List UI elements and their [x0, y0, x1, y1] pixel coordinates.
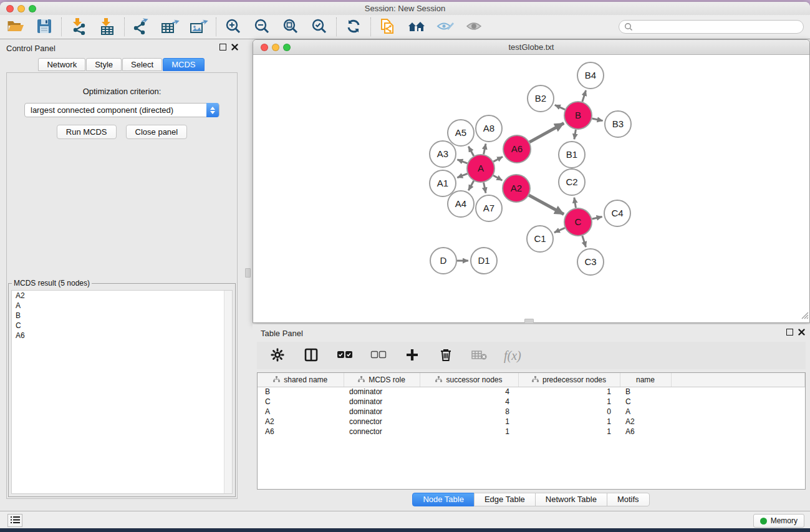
- node-D1[interactable]: D1: [471, 248, 497, 274]
- edge-A-A7[interactable]: [484, 183, 486, 193]
- edge-A-A2[interactable]: [493, 175, 502, 180]
- node-B1[interactable]: B1: [559, 142, 585, 168]
- function-builder-button[interactable]: f(x): [504, 346, 521, 365]
- mcds-result-item[interactable]: B: [12, 311, 232, 321]
- node-A6[interactable]: A6: [503, 135, 531, 163]
- delete-table-button[interactable]: [470, 346, 489, 365]
- cell-successor-nodes[interactable]: 1: [420, 427, 518, 437]
- deselect-all-button[interactable]: [369, 346, 388, 365]
- cell-name[interactable]: B: [620, 387, 671, 397]
- cell-successor-nodes[interactable]: 4: [420, 387, 518, 397]
- tab-network[interactable]: Network: [38, 58, 85, 71]
- node-A3[interactable]: A3: [430, 141, 456, 167]
- edge-A-A8[interactable]: [484, 143, 486, 154]
- edge-B-B3[interactable]: [592, 118, 602, 121]
- table-row[interactable]: A2connector11A2: [258, 417, 805, 427]
- edge-C-C3[interactable]: [582, 236, 586, 247]
- import-table-button[interactable]: [98, 17, 117, 36]
- zoom-selected-button[interactable]: [310, 17, 329, 36]
- network-graph[interactable]: AA1A2A3A4A5A6A7A8BB1B2B3B4CC1C2C3C4DD1: [253, 56, 809, 322]
- table-row[interactable]: Bdominator41B: [258, 387, 805, 397]
- vertical-split-handle[interactable]: [245, 268, 251, 278]
- node-A4[interactable]: A4: [448, 191, 474, 217]
- edge-A2-C[interactable]: [529, 195, 564, 215]
- cell-successor-nodes[interactable]: 1: [420, 417, 518, 427]
- cell-shared-name[interactable]: C: [258, 397, 344, 407]
- zoom-window-icon[interactable]: [29, 5, 36, 12]
- tab-motifs[interactable]: Motifs: [607, 493, 650, 506]
- horizontal-split-handle[interactable]: [524, 319, 534, 324]
- node-A1[interactable]: A1: [430, 170, 456, 196]
- edge-A-A3[interactable]: [457, 160, 467, 163]
- node-C[interactable]: C: [564, 208, 592, 236]
- node-C1[interactable]: C1: [527, 226, 553, 252]
- node-A5[interactable]: A5: [448, 120, 474, 146]
- cell-predecessor-nodes[interactable]: 1: [518, 397, 620, 407]
- select-all-button[interactable]: [335, 346, 354, 365]
- cell-MCDS-role[interactable]: dominator: [344, 387, 420, 397]
- mcds-result-item[interactable]: A: [12, 301, 232, 311]
- search-input[interactable]: [619, 20, 804, 34]
- cell-shared-name[interactable]: B: [258, 387, 344, 397]
- edge-C-C1[interactable]: [554, 228, 565, 233]
- optimization-criterion-select[interactable]: largest connected component (directed): [24, 103, 219, 117]
- edge-A-A6[interactable]: [493, 157, 503, 162]
- edge-A-A1[interactable]: [457, 173, 467, 177]
- new-network-from-selection-button[interactable]: [378, 17, 397, 36]
- cell-name[interactable]: A: [620, 407, 671, 417]
- resize-grip-icon[interactable]: [800, 311, 809, 322]
- edge-A6-B[interactable]: [529, 123, 564, 142]
- float-table-panel-icon[interactable]: [786, 329, 793, 336]
- edge-C-C4[interactable]: [592, 216, 602, 219]
- cell-MCDS-role[interactable]: dominator: [344, 407, 420, 417]
- node-C3[interactable]: C3: [577, 249, 604, 275]
- cell-name[interactable]: A2: [620, 417, 671, 427]
- mcds-result-item[interactable]: C: [12, 321, 232, 331]
- table-row[interactable]: Cdominator41C: [258, 397, 805, 407]
- zoom-out-button[interactable]: [253, 17, 271, 36]
- tab-mcds[interactable]: MCDS: [163, 58, 204, 71]
- edge-A-A4[interactable]: [468, 181, 474, 190]
- close-window-icon[interactable]: [6, 5, 14, 12]
- cell-MCDS-role[interactable]: dominator: [344, 397, 420, 407]
- refresh-layout-button[interactable]: [344, 17, 363, 36]
- export-network-button[interactable]: [132, 17, 151, 36]
- close-panel-icon[interactable]: [231, 44, 238, 51]
- table-settings-button[interactable]: [268, 346, 287, 365]
- float-panel-icon[interactable]: [219, 44, 226, 51]
- edge-B-B4[interactable]: [582, 90, 586, 102]
- save-session-button[interactable]: [35, 17, 54, 36]
- node-B2[interactable]: B2: [528, 85, 554, 112]
- cell-predecessor-nodes[interactable]: 1: [518, 427, 620, 437]
- network-window-titlebar[interactable]: testGlobe.txt: [253, 40, 809, 55]
- cell-name[interactable]: A6: [620, 427, 671, 437]
- show-columns-button[interactable]: [302, 346, 321, 365]
- column-header-successor-nodes[interactable]: successor nodes: [420, 373, 518, 387]
- task-history-button[interactable]: [7, 514, 22, 527]
- node-B4[interactable]: B4: [577, 62, 604, 89]
- table-row[interactable]: Adominator80A: [258, 407, 805, 417]
- import-network-button[interactable]: [69, 17, 88, 36]
- cell-MCDS-role[interactable]: connector: [344, 427, 420, 437]
- mcds-result-item[interactable]: A2: [12, 291, 232, 301]
- cell-predecessor-nodes[interactable]: 1: [518, 387, 620, 397]
- node-B3[interactable]: B3: [605, 111, 631, 137]
- column-header-MCDS-role[interactable]: MCDS role: [344, 373, 420, 387]
- cell-shared-name[interactable]: A: [258, 407, 344, 417]
- zoom-network-window-icon[interactable]: [283, 44, 291, 51]
- mcds-result-list[interactable]: A2ABCA6: [11, 290, 233, 494]
- add-column-button[interactable]: [403, 346, 422, 365]
- hide-selected-button[interactable]: [436, 17, 455, 36]
- result-scrollbar[interactable]: [224, 291, 232, 493]
- edge-A-A5[interactable]: [468, 147, 474, 156]
- export-image-button[interactable]: [190, 17, 208, 36]
- cell-MCDS-role[interactable]: connector: [344, 417, 420, 427]
- zoom-in-button[interactable]: [224, 17, 243, 36]
- network-canvas[interactable]: AA1A2A3A4A5A6A7A8BB1B2B3B4CC1C2C3C4DD1: [253, 56, 809, 322]
- tab-network-table[interactable]: Network Table: [535, 493, 607, 506]
- cell-predecessor-nodes[interactable]: 1: [518, 417, 620, 427]
- close-network-window-icon[interactable]: [261, 44, 268, 51]
- export-table-button[interactable]: [161, 17, 180, 36]
- run-mcds-button[interactable]: Run MCDS: [57, 125, 117, 139]
- node-C4[interactable]: C4: [604, 200, 630, 226]
